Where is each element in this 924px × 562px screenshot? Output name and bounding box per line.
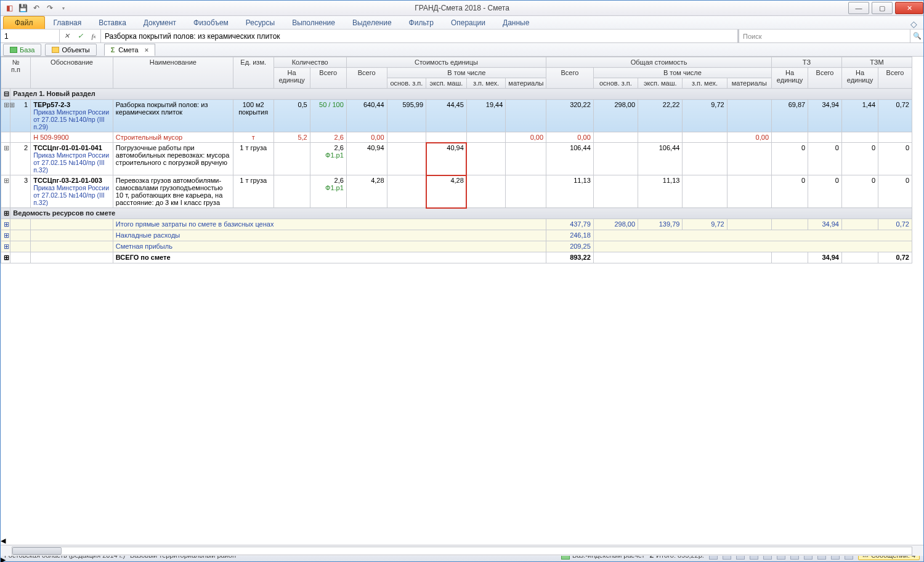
section-title: Раздел 1. Новый раздел [10, 89, 912, 100]
footer-row-total[interactable]: ⊞ ВСЕГО по смете 893,22 34,94 0,72 [1, 252, 912, 263]
col-name[interactable]: Наименование [113, 57, 233, 89]
col-eksp[interactable]: эксп. маш. [426, 78, 467, 89]
col-osn2[interactable]: основ. з.п. [593, 78, 638, 89]
col-tz[interactable]: ТЗ [772, 57, 842, 68]
scroll-right-icon[interactable]: ▶ [1, 556, 923, 562]
base-button[interactable]: База [3, 44, 41, 56]
h-scrollbar[interactable]: ◀ ▶ [1, 537, 923, 548]
formula-bar: 1 ✕ ✓ fx Разборка покрытий полов: из кер… [1, 30, 923, 43]
close-button[interactable]: ✕ [895, 2, 923, 14]
ribbon-tab[interactable]: Главная [45, 17, 91, 29]
expand-icon[interactable]: ⊞ [1, 241, 10, 252]
expand-icon[interactable]: ⊞ [1, 208, 10, 219]
section-row[interactable]: ⊟ Раздел 1. Новый раздел [1, 89, 912, 100]
highlighted-cell[interactable]: 40,94 [426, 143, 467, 175]
ribbon-tab[interactable]: Ресурсы [237, 17, 283, 29]
col-eksp2[interactable]: эксп. маш. [638, 78, 683, 89]
col-qty-tot[interactable]: Всего [310, 68, 346, 89]
row-basis: ТЕРр57-2-3Приказ Минстроя России от 27.0… [31, 100, 113, 132]
document-tab[interactable]: Σ Смета × [104, 44, 155, 56]
maximize-button[interactable]: ▢ [872, 2, 893, 14]
qat-menu-icon[interactable]: ▾ [59, 3, 68, 13]
expand-icon[interactable]: ⊞ [9, 101, 15, 108]
minimize-button[interactable]: — [848, 2, 869, 14]
ribbon-tab[interactable]: Выполнение [283, 17, 344, 29]
col-mat[interactable]: материалы [506, 78, 546, 89]
col-tz-per[interactable]: На единицу [772, 68, 808, 89]
table-row[interactable]: ⊞ 2 ТССЦпг-01-01-01-041Приказ Минстроя Р… [1, 143, 912, 175]
col-basis[interactable]: Обоснование [31, 57, 113, 89]
close-tab-icon[interactable]: × [145, 46, 148, 54]
ribbon-tab[interactable]: Операции [442, 17, 494, 29]
col-qty[interactable]: Количество [274, 57, 346, 68]
c: 2,6Ф1.р1 [310, 175, 346, 208]
col-tc-incl[interactable]: В том числе [593, 68, 771, 78]
save-icon[interactable]: 💾 [18, 3, 28, 13]
col-uc-incl[interactable]: В том числе [387, 68, 546, 78]
ribbon-help-icon[interactable]: ◇ [910, 19, 923, 29]
ribbon-tab[interactable]: Фильтр [400, 17, 442, 29]
cell-ref[interactable]: 1 [1, 30, 60, 42]
col-totalcost[interactable]: Общая стоимость [546, 57, 772, 68]
c: 0,72 [878, 252, 912, 263]
expand-icon[interactable]: ⊞ [1, 252, 10, 263]
scroll-thumb[interactable] [12, 547, 62, 555]
c: 139,79 [638, 219, 683, 230]
ribbon-tab[interactable]: Физобъем [185, 17, 237, 29]
col-osn[interactable]: основ. з.п. [387, 78, 426, 89]
expand-icon[interactable]: ⊞ [1, 219, 10, 230]
c: 0,00 [546, 132, 594, 143]
cancel-icon[interactable]: ✕ [60, 30, 73, 42]
expand-icon[interactable]: ⊞ [1, 175, 10, 208]
table-row[interactable]: ⊞⊞ 1 ТЕРр57-2-3Приказ Минстроя России от… [1, 100, 912, 132]
search-input[interactable]: Поиск [737, 30, 910, 42]
col-tzm-tot[interactable]: Всего [878, 68, 912, 89]
col-qty-per[interactable]: На единицу [274, 68, 310, 89]
ribbon-tab[interactable]: Документ [135, 17, 185, 29]
highlighted-cell[interactable]: 4,28 [426, 175, 467, 208]
objects-button[interactable]: Объекты [45, 44, 96, 56]
col-mat2[interactable]: материалы [727, 78, 771, 89]
col-tc-total[interactable]: Всего [546, 68, 594, 89]
fx-icon[interactable]: fx [87, 30, 100, 42]
col-tzm-per[interactable]: На единицу [841, 68, 878, 89]
table-row[interactable]: ⊞ 3 ТССЦпг-03-21-01-003Приказ Минстроя Р… [1, 175, 912, 208]
doc-tab-label: Смета [118, 46, 138, 54]
footer-row[interactable]: ⊞ Итого прямые затраты по смете в базисн… [1, 219, 912, 230]
estimate-table[interactable]: № п.п Обоснование Наименование Ед. изм. … [1, 57, 912, 263]
ribbon-file[interactable]: Файл [3, 16, 45, 29]
col-mech2[interactable]: з.п. мех. [683, 78, 727, 89]
section-row[interactable]: ⊞ Ведомость ресурсов по смете [1, 208, 912, 219]
undo-icon[interactable]: ↶ [31, 3, 41, 13]
c: 34,94 [808, 252, 842, 263]
ribbon-tab[interactable]: Данные [494, 17, 538, 29]
col-unit[interactable]: Ед. изм. [233, 57, 274, 89]
row-n: 2 [10, 143, 31, 175]
expand-icon[interactable]: ⊞ [1, 143, 10, 175]
section-title: Ведомость ресурсов по смете [10, 208, 912, 219]
footer-row[interactable]: ⊞ Накладные расходы 246,18 [1, 230, 912, 241]
search-placeholder: Поиск [743, 33, 761, 40]
col-n[interactable]: № п.п [1, 57, 31, 89]
formula-text[interactable]: Разборка покрытий полов: из керамических… [101, 32, 737, 41]
window-title: ГРАНД-Смета 2018 - Смета [415, 4, 509, 12]
accept-icon[interactable]: ✓ [73, 30, 87, 42]
table-row[interactable]: Н 509-9900 Строительный мусор т 5,2 2,6 … [1, 132, 912, 143]
redo-icon[interactable]: ↷ [45, 3, 55, 13]
expand-icon[interactable]: ⊞ [4, 101, 9, 108]
col-mech[interactable]: з.п. мех. [466, 78, 506, 89]
col-uc-total[interactable]: Всего [346, 68, 387, 89]
ribbon-tab[interactable]: Выделение [344, 17, 400, 29]
expand-icon[interactable]: ⊞ [1, 230, 10, 241]
search-button[interactable]: 🔍 [910, 30, 923, 42]
col-tzm[interactable]: ТЗМ [841, 57, 912, 68]
ribbon-tab[interactable]: Вставка [90, 17, 135, 29]
footer-label: Накладные расходы [113, 230, 546, 241]
col-tz-tot[interactable]: Всего [808, 68, 842, 89]
c: 106,44 [638, 143, 683, 175]
footer-row[interactable]: ⊞ Сметная прибыль 209,25 [1, 241, 912, 252]
col-unitcost[interactable]: Стоимость единицы [346, 57, 546, 68]
collapse-icon[interactable]: ⊟ [1, 89, 10, 100]
scroll-left-icon[interactable]: ◀ [1, 537, 923, 545]
label: База [20, 46, 34, 54]
